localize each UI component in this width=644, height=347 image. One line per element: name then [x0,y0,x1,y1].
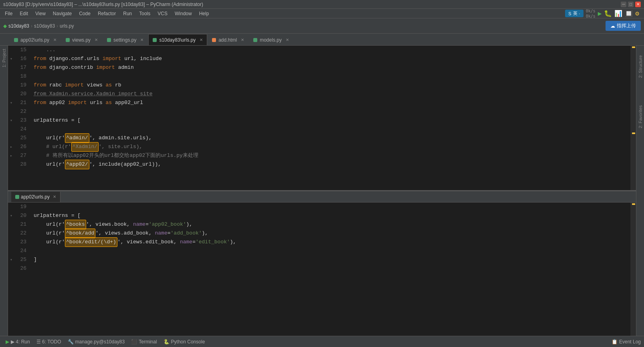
gutter-cell [8,247,14,255]
toolbar-right: ☁ 指挥上传 [606,21,641,31]
bottom-toolbar: ▶ ▶ 4: Run ☰ 6: TODO 🔧 manage.py@s10day8… [0,336,644,347]
bottom-code-line-23: url(r'^book/edit/(\d+)', views.edit_book… [34,238,627,247]
code-line-26: # url(r'^Xadmin/', site.urls), [34,142,627,151]
gutter-collapse-26[interactable]: ▸ [8,142,14,151]
menu-navigate[interactable]: Navigate [50,10,75,17]
profile-icon[interactable]: 📊 [614,10,622,18]
maximize-button[interactable]: □ [628,2,634,7]
bottom-code-line-22: url(r'^book/add', views.add_book, name='… [34,229,627,238]
code-line-28: url(r'^app02/', include(app02_url)), [34,160,627,169]
bottom-scrollbar[interactable] [630,203,636,336]
tab-app02-urls[interactable]: app02\urls.py ✕ [10,34,61,45]
manage-tool[interactable]: 🔧 manage.py@s10day83 [65,339,127,345]
run-tool-icon: ▶ [6,339,9,345]
bottom-code-line-19 [34,203,627,211]
terminal-icon: ⬛ [131,339,137,345]
gutter-cell [8,63,14,72]
tab-views[interactable]: views.py ✕ [61,34,102,45]
gutter-collapse-25b[interactable]: ▾ [8,255,14,264]
debug-icon[interactable]: 🐛 [604,10,612,18]
main-area: 1: Project ▾ ▾ ▾ ▸ ▸ [0,46,644,336]
gutter-collapse-20b[interactable]: ▾ [8,211,14,220]
gutter-cell [8,264,14,273]
ime-text: 英 [573,10,577,16]
tab-close-icon[interactable]: ✕ [200,38,203,42]
minimize-button[interactable]: ─ [621,2,626,7]
bottom-tab-close[interactable]: ✕ [53,195,56,199]
run-tool[interactable]: ▶ ▶ 4: Run [3,339,32,345]
manage-icon: 🔧 [68,339,74,345]
tab-label: models.py [260,37,282,43]
menu-refactor[interactable]: Refactor [95,10,119,17]
code-line-22 [34,107,627,116]
bottom-code-content[interactable]: urlpatterns = [ url(r'^books', views.boo… [30,203,630,336]
speed-indicator: 0k/s 0k/s [586,8,596,19]
python-console-tool[interactable]: 🐍 Python Console [161,339,208,345]
tab-s10day83-urls[interactable]: s10day83\urls.py ✕ [148,34,207,45]
manage-tool-label: manage.py@s10day83 [75,339,125,345]
menu-view[interactable]: View [32,10,49,17]
menu-tools[interactable]: Tools [136,10,153,17]
tab-add-html[interactable]: add.html ✕ [208,34,248,45]
tab-close-icon[interactable]: ✕ [140,38,143,42]
favorites-panel-label[interactable]: 2: Favorites [638,104,643,130]
menu-code[interactable]: Code [76,10,94,17]
tab-close-icon[interactable]: ✕ [95,38,98,42]
window-controls: ─ □ ✕ [621,2,641,7]
tab-label: add.html [218,37,237,43]
run-icon[interactable]: ▶ [598,10,602,18]
coverage-icon[interactable]: 🔲 [625,10,633,18]
event-log-tool[interactable]: 📋 Event Log [612,339,641,345]
gutter-collapse-21[interactable]: ▾ [8,98,14,107]
top-gutter-left: ▾ ▾ ▾ ▸ ▸ [8,46,14,190]
tab-models[interactable]: models.py ✕ [249,34,293,45]
bottom-code-line-25: ] [34,255,627,264]
bottom-code-area: ▾ ▾ 19 20 21 22 23 24 25 26 [8,203,636,336]
structure-panel-label[interactable]: 2: Structure [638,54,643,80]
bottom-tab-app02-urls[interactable]: app02\urls.py ✕ [11,192,61,202]
project-panel-label[interactable]: 1: Project [2,47,6,69]
ime-punct: · [579,11,580,16]
code-line-16: from django.conf.urls import url, includ… [34,54,627,63]
top-line-numbers: 15 16 17 18 19 20 21 22 23 24 25 26 27 2… [14,46,30,190]
menu-file[interactable]: File [2,10,16,17]
scroll-marker-top [632,46,635,48]
gutter-cell [8,238,14,247]
tab-label: app02\urls.py [20,37,49,43]
code-line-15: ... [34,46,627,54]
upload-label: 指挥上传 [617,22,636,29]
tab-close-icon[interactable]: ✕ [286,38,289,42]
terminal-tool-label: Terminal [139,339,157,345]
tab-label: settings.py [113,37,136,43]
menu-edit[interactable]: Edit [16,10,31,17]
menu-run[interactable]: Run [120,10,135,17]
code-line-27: # 将所有以app02开头的url都交给app02下面的urls.py来处理 [34,151,627,160]
menu-window[interactable]: Window [172,10,195,17]
terminal-tool[interactable]: ⬛ Terminal [129,339,159,345]
settings-icon[interactable]: ⚙ [635,10,639,18]
tab-label: views.py [72,37,91,43]
gutter-collapse-16[interactable]: ▾ [8,54,14,63]
close-button[interactable]: ✕ [635,2,641,7]
gutter-collapse-23[interactable]: ▾ [8,116,14,125]
code-line-18 [34,72,627,81]
tab-settings[interactable]: settings.py ✕ [103,34,148,45]
bottom-editor-section: app02\urls.py ✕ ▾ ▾ [8,191,636,336]
upload-button[interactable]: ☁ 指挥上传 [606,21,641,31]
tab-close-icon[interactable]: ✕ [241,38,244,42]
tab-close-icon[interactable]: ✕ [53,38,57,42]
menu-help[interactable]: Help [196,10,212,17]
bottom-code-line-20: urlpatterns = [ [34,211,627,220]
gutter-collapse-27[interactable]: ▸ [8,151,14,160]
python-icon: 🐍 [164,339,170,345]
event-log-icon: 📋 [612,339,618,345]
top-scrollbar[interactable] [630,46,636,190]
gutter-cell [8,125,14,134]
ime-bar: S 英 · [565,10,583,17]
menu-vcs[interactable]: VCS [154,10,171,17]
todo-tool[interactable]: ☰ 6: TODO [34,339,64,345]
speed-down: 0k/s [586,14,596,19]
gutter-cell [8,90,14,98]
breadcrumb-arrow2: › [57,23,58,29]
top-code-content[interactable]: ... from django.conf.urls import url, in… [30,46,630,190]
